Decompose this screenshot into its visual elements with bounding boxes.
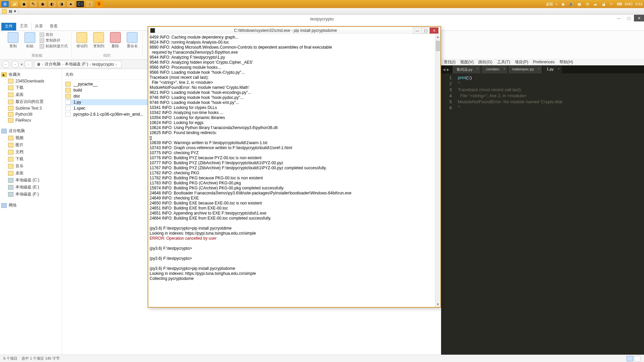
tray-icon[interactable]: ⌨	[617, 1, 622, 7]
taskbar-app-5[interactable]: ●	[67, 1, 74, 7]
nav-item[interactable]: Sublime Text 3	[1, 105, 60, 111]
menu-item[interactable]: 视图(V)	[460, 59, 474, 65]
nav-item[interactable]: 下载	[1, 156, 60, 163]
taskbar-app-4[interactable]: ◑	[58, 1, 65, 7]
view-icons-button[interactable]	[634, 356, 641, 361]
tray-icon[interactable]: ◪	[601, 1, 606, 7]
editor-tab[interactable]: makespec.py×	[508, 66, 542, 73]
cmd-titlebar[interactable]: C:\Windows\system32\cmd.exe - pip instal…	[148, 27, 440, 34]
tray-icon[interactable]: ⚐	[609, 1, 614, 7]
scroll-thumb[interactable]	[436, 41, 440, 51]
close-tab-icon[interactable]: ×	[477, 67, 479, 71]
nav-item[interactable]: Python38	[1, 111, 60, 117]
sublime-tabs: ◀ ▶ 毒鸡汤.py×.condarc×makespec.py×1.py×	[441, 65, 644, 73]
cmd-output[interactable]: 8459 INFO: Caching module dependency gra…	[148, 34, 440, 307]
nav-item[interactable]: 本地磁盘 (E:)	[1, 184, 60, 191]
minimize-button[interactable]: —	[413, 27, 422, 34]
crumb[interactable]: testpycrypto	[92, 62, 114, 67]
nav-item[interactable]: 文档	[1, 148, 60, 156]
editor-tab[interactable]: 1.py×	[543, 66, 562, 73]
nav-favorites-header[interactable]: ★收藏夹	[1, 72, 60, 77]
paste-button[interactable]: 粘贴	[23, 32, 37, 49]
start-button[interactable]: ⊞	[1, 1, 9, 7]
forward-button[interactable]: →	[11, 61, 19, 68]
view-details-button[interactable]	[627, 356, 633, 361]
minimize-button[interactable]: —	[614, 15, 624, 21]
folder-icon: 🖥	[37, 62, 41, 67]
breadcrumb[interactable]: 🖥 › 这台电脑 › 本地磁盘 (F:) › testpycrypto ›	[34, 61, 121, 68]
nav-item[interactable]: 桌面	[1, 91, 60, 98]
taskbar-app-6[interactable]: ↓	[86, 1, 93, 7]
qat-btn[interactable]: ▾	[14, 9, 16, 13]
nav-computer-header[interactable]: 这台电脑	[1, 128, 60, 134]
taskbar-app-2[interactable]: ✎	[30, 1, 37, 7]
rename-button[interactable]: 重命名	[125, 32, 139, 49]
nav-item[interactable]: 本地磁盘 (C:)	[1, 177, 60, 184]
tray-icon[interactable]: ◉	[560, 1, 566, 7]
editor-tab[interactable]: .condarc×	[481, 66, 507, 73]
ribbon-tab-share[interactable]: 共享	[32, 22, 46, 31]
sublime-menubar: 查找(I)视图(V)跳转(G)工具(T)项目(P)Preferences帮助(H…	[441, 59, 644, 65]
tray-icon[interactable]: ◔	[585, 1, 590, 7]
menu-item[interactable]: 跳转(G)	[478, 59, 492, 65]
move-to-button[interactable]: 移动到	[75, 32, 89, 49]
tray-icon[interactable]: ☁	[593, 1, 598, 7]
crumb[interactable]: 这台电脑	[45, 61, 61, 67]
tray-language[interactable]: ENG	[625, 2, 633, 6]
qat-btn[interactable]: ▤	[9, 9, 12, 13]
sublime-editor[interactable]: 123456 print(1) ''' Traceback (most rece…	[441, 73, 644, 355]
nav-item[interactable]: 图片	[1, 141, 60, 148]
close-button[interactable]: ✕	[430, 27, 438, 34]
nav-item[interactable]: 2345Downloads	[1, 78, 60, 84]
close-button[interactable]: ✕	[634, 15, 644, 21]
menu-item[interactable]: 项目(P)	[515, 59, 528, 65]
sublime-window: ◀ ▶ 毒鸡汤.py×.condarc×makespec.py×1.py× 12…	[441, 65, 644, 355]
taskbar-app-chrome[interactable]: ◉	[39, 1, 46, 7]
tray-label-desktop[interactable]: 桌面	[546, 2, 553, 7]
close-tab-icon[interactable]: ×	[503, 67, 505, 71]
up-button[interactable]: ↑	[25, 61, 32, 68]
tray-icon[interactable]: ▦	[577, 1, 582, 7]
cut-button[interactable]: 剪切	[40, 32, 68, 37]
code-area[interactable]: print(1) ''' Traceback (most recent call…	[454, 73, 644, 355]
menu-item[interactable]: 帮助(H)	[559, 59, 573, 65]
menu-item[interactable]: 查找(I)	[444, 59, 455, 65]
ribbon-tab-view[interactable]: 查看	[46, 22, 61, 31]
nav-item[interactable]: 桌面	[1, 170, 60, 177]
back-button[interactable]: ←	[2, 61, 9, 68]
taskbar-app-sublime[interactable]: S	[95, 1, 103, 7]
nav-item[interactable]: FileRecv	[1, 117, 60, 123]
taskbar-app-1[interactable]: ◆	[20, 1, 28, 7]
close-tab-icon[interactable]: ×	[558, 67, 560, 71]
delete-button[interactable]: 删除	[108, 32, 122, 49]
tab-scroll-right[interactable]: ▶	[446, 67, 450, 72]
maximize-button[interactable]: ▢	[624, 15, 634, 21]
tray-icon[interactable]: 🔊	[569, 1, 574, 7]
nav-item[interactable]: 音乐	[1, 163, 60, 170]
scroll-up[interactable]: ▲	[435, 34, 440, 40]
crumb[interactable]: 本地磁盘 (F:)	[65, 61, 88, 67]
nav-item[interactable]: 最近访问的位置	[1, 98, 60, 105]
ribbon-tab-file[interactable]: 文件	[1, 22, 16, 31]
menu-item[interactable]: 工具(T)	[497, 59, 510, 65]
nav-item[interactable]: 本地磁盘 (F:)	[1, 191, 60, 198]
menu-item[interactable]: Preferences	[533, 60, 555, 64]
close-tab-icon[interactable]: ×	[538, 67, 540, 71]
scroll-down[interactable]: ▼	[435, 302, 440, 307]
copy-path-button[interactable]: 复制路径	[40, 38, 68, 43]
nav-item[interactable]: 视频	[1, 134, 60, 141]
scrollbar[interactable]: ▲ ▼	[435, 34, 440, 307]
maximize-button[interactable]: ▢	[421, 27, 430, 34]
recent-locations[interactable]: ▾	[21, 62, 23, 67]
editor-tab[interactable]: 毒鸡汤.py×	[452, 66, 481, 73]
paste-shortcut-button[interactable]: 粘贴快捷方式	[40, 44, 68, 49]
copy-button[interactable]: 复制	[6, 32, 20, 49]
copy-to-button[interactable]: 复制到	[92, 32, 106, 49]
nav-item[interactable]: 下载	[1, 84, 60, 91]
tray-clock[interactable]: 6:51	[636, 2, 643, 6]
taskbar-app-explorer[interactable]: 📁	[11, 1, 18, 7]
taskbar-app-cmd[interactable]: C:\	[76, 1, 84, 7]
nav-network-header[interactable]: 网络	[1, 202, 60, 208]
taskbar-app-3[interactable]: ◐	[48, 1, 56, 7]
ribbon-tab-home[interactable]: 主页	[16, 21, 32, 31]
